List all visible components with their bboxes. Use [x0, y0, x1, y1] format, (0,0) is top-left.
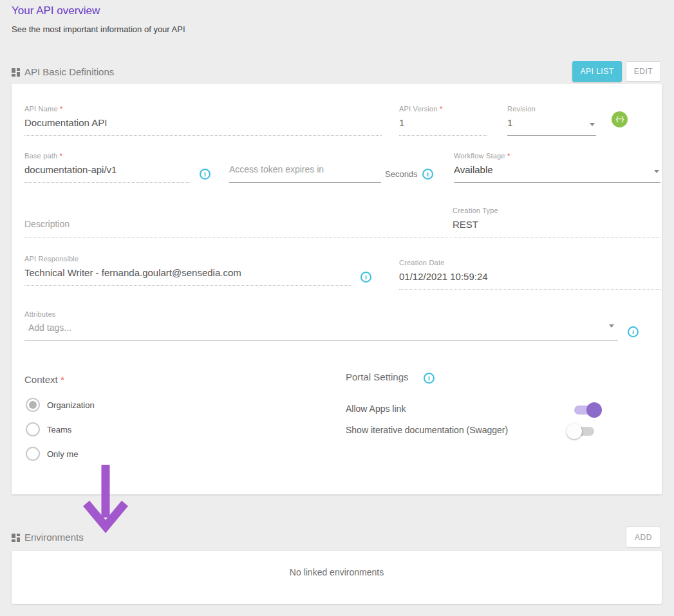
- toggle-knob[interactable]: [586, 402, 602, 418]
- info-icon[interactable]: i: [424, 373, 435, 384]
- creation-type-field: Creation Type REST: [453, 207, 660, 238]
- context-option-teams: Teams: [26, 422, 71, 436]
- radio-button[interactable]: [26, 422, 40, 436]
- context-option-organization: Organization: [26, 398, 95, 412]
- page-subtitle: See the most important information of yo…: [12, 24, 185, 34]
- radio-button[interactable]: [26, 447, 40, 461]
- creation-type-value: REST: [453, 219, 660, 232]
- chevron-down-icon[interactable]: [590, 123, 595, 126]
- edit-button[interactable]: EDIT: [626, 61, 661, 82]
- creation-date-label: Creation Date: [399, 259, 660, 267]
- context-title: Context *: [24, 374, 64, 385]
- grid-icon: [12, 68, 20, 77]
- attributes-placeholder: Add tags...: [24, 322, 618, 335]
- description-field: Description: [24, 207, 451, 238]
- section-title-basic-definitions: API Basic Definitions: [24, 66, 114, 77]
- radio-label: Teams: [47, 425, 71, 434]
- attributes-input[interactable]: Attributes Add tags...: [24, 310, 618, 341]
- creation-date-value: 01/12/2021 10:59:24: [399, 271, 660, 284]
- api-version-label: API Version *: [399, 105, 487, 113]
- info-icon[interactable]: i: [200, 169, 211, 180]
- api-name-label: API Name *: [24, 105, 382, 113]
- grid-icon: [12, 534, 20, 542]
- api-name-value: Documentation API: [24, 117, 382, 130]
- info-icon[interactable]: i: [422, 169, 433, 180]
- info-icon[interactable]: i: [628, 326, 639, 337]
- creation-type-label: Creation Type: [453, 207, 660, 215]
- api-responsible-value: Technical Writer - fernanda.goulart@sens…: [24, 267, 351, 280]
- revision-select[interactable]: Revision 1: [507, 105, 596, 136]
- api-version-value: 1: [399, 117, 487, 130]
- description-placeholder: Description: [24, 219, 451, 232]
- swagger-doc-label: Show iterative documentation (Swagger): [346, 425, 508, 435]
- base-path-value: documentation-api/v1: [24, 164, 191, 177]
- page-title: Your API overview: [12, 5, 100, 17]
- environments-card: No linked environments: [12, 551, 662, 604]
- info-icon[interactable]: i: [360, 272, 371, 283]
- api-responsible-label: API Responsible: [24, 255, 351, 263]
- chevron-down-icon[interactable]: [609, 324, 614, 328]
- attributes-label: Attributes: [24, 310, 618, 319]
- context-option-only-me: Only me: [26, 447, 78, 461]
- creation-date-field: Creation Date 01/12/2021 10:59:24: [399, 259, 660, 290]
- empty-environments-message: No linked environments: [290, 567, 384, 588]
- base-path-field: Base path * documentation-api/v1: [24, 152, 191, 183]
- toggle-knob[interactable]: [566, 424, 582, 439]
- api-version-field: API Version * 1: [399, 105, 487, 136]
- seconds-suffix: Seconds: [385, 169, 418, 179]
- api-responsible-field: API Responsible Technical Writer - ferna…: [24, 255, 351, 286]
- swagger-doc-toggle[interactable]: [568, 427, 594, 436]
- radio-label: Only me: [47, 449, 78, 459]
- revision-label: Revision: [507, 105, 596, 113]
- basic-definitions-card: API Name * Documentation API API Version…: [12, 84, 662, 494]
- radio-label: Organization: [47, 400, 95, 410]
- workflow-stage-value: Available: [454, 164, 660, 177]
- api-list-button[interactable]: API LIST: [572, 61, 622, 82]
- radio-button[interactable]: [26, 398, 40, 412]
- add-environment-button[interactable]: ADD: [626, 527, 661, 548]
- app-screen: Your API overview See the most important…: [0, 0, 674, 616]
- access-token-input[interactable]: Access token expires in: [229, 152, 381, 183]
- revision-value: 1: [507, 117, 596, 130]
- allow-apps-link-toggle[interactable]: [574, 406, 600, 415]
- allow-apps-link-label: Allow Apps link: [346, 404, 406, 414]
- access-token-placeholder: Access token expires in: [229, 164, 381, 177]
- workflow-stage-label: Workflow Stage *: [454, 152, 660, 160]
- chevron-down-icon[interactable]: [654, 170, 659, 173]
- api-name-field: API Name * Documentation API: [24, 105, 382, 136]
- workflow-stage-select[interactable]: Workflow Stage * Available: [454, 152, 660, 183]
- portal-settings-title: Portal Settings: [346, 371, 409, 382]
- section-title-environments: Environments: [24, 532, 84, 543]
- trace-icon[interactable]: {···}: [612, 111, 628, 127]
- base-path-label: Base path *: [24, 152, 191, 160]
